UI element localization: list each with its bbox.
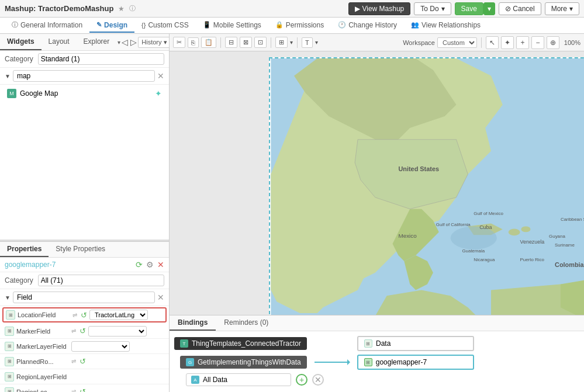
binding-source-1[interactable]: T ThingTemplates_ConnectedTractor (174, 337, 307, 350)
markerfield-refresh-icon[interactable]: ↺ (80, 327, 86, 335)
bindings-panel: Bindings Reminders (0) T ThingTemplates_… (170, 315, 584, 392)
tab-relationships[interactable]: 👥 View Relationships (404, 19, 488, 33)
zoom-in-button[interactable]: + (516, 36, 529, 49)
props-row-regionloc: ⊞ RegionLoc... ⇌ ↺ (0, 384, 169, 392)
add-button[interactable]: ✦ (501, 36, 514, 49)
markerfield-value-select[interactable] (88, 326, 147, 337)
workspace-select[interactable]: Custom (437, 37, 477, 48)
undo-btn[interactable]: ◁ (120, 36, 129, 48)
source-1-label: ThingTemplates_ConnectedTractor (192, 339, 301, 348)
widget-toolbar: Widgets Layout Explorer ▾ ◁ ▷ History ▾ (0, 34, 169, 51)
regionloc-refresh-icon[interactable]: ↺ (80, 387, 86, 392)
regionloc-label: RegionLoc... (16, 388, 69, 393)
cancel-button[interactable]: ⊘ Cancel (499, 2, 541, 15)
add-binding-button[interactable]: + (296, 374, 307, 386)
paste-button[interactable]: 📋 (201, 37, 216, 48)
right-panel: ✂ ⎘ 📋 ⊟ ⊠ ⊡ ⊞ ▾ T ▾ Workspace Custom ↖ ✦… (170, 34, 584, 392)
grid-chevron-icon[interactable]: ▾ (290, 39, 293, 46)
search-input[interactable] (13, 70, 155, 82)
regionloc-icon: ⊞ (5, 387, 14, 393)
layout-tab[interactable]: Layout (42, 34, 77, 50)
binding-source-2[interactable]: G GetImplementingThingsWithData (180, 356, 307, 369)
svg-text:Nicaragua: Nicaragua (474, 257, 495, 262)
history-dropdown[interactable]: History ▾ (138, 37, 170, 48)
grid-button[interactable]: ⊞ (275, 37, 288, 48)
svg-text:Cuba: Cuba (479, 224, 492, 230)
cut-button[interactable]: ✂ (173, 37, 185, 48)
markerlayerfield-value-select[interactable] (71, 341, 130, 352)
tab-general[interactable]: ⓘ General Information (5, 18, 89, 33)
target-2-icon: ⊞ (364, 358, 372, 366)
redo-btn[interactable]: ▷ (129, 36, 138, 48)
binding-target-1[interactable]: ⊞ Data (357, 336, 474, 351)
search-row: ▼ ✕ (0, 68, 169, 85)
target-1-label: Data (376, 339, 391, 348)
design-icon: ✎ (96, 21, 102, 29)
zoom-out-button[interactable]: − (531, 36, 544, 49)
plannedro-arrow-icon: ⇌ (71, 358, 76, 365)
props-filter-icon: ▼ (5, 294, 11, 301)
view-mashup-button[interactable]: ▶ View Mashup (348, 2, 410, 15)
tab-history[interactable]: 🕐 Change History (331, 19, 404, 33)
mobile-icon: 📱 (203, 21, 211, 29)
markerfield-icon: ⊞ (5, 327, 14, 336)
cursor-button[interactable]: ↖ (486, 36, 499, 49)
source-3-icon: A (191, 376, 199, 384)
align-center-button[interactable]: ⊠ (240, 37, 252, 48)
map-widget[interactable]: United States Mexico Colombia Venezuela … (269, 57, 584, 315)
text-button[interactable]: T (302, 37, 313, 48)
props-title-row: googlemapper-7 ⟳ ⚙ ✕ (0, 258, 169, 272)
copy-button[interactable]: ⎘ (188, 37, 199, 48)
left-panel: Widgets Layout Explorer ▾ ◁ ▷ History ▾ … (0, 34, 170, 392)
fit-button[interactable]: ⊕ (547, 36, 559, 49)
tab-css[interactable]: {} Custom CSS (134, 19, 196, 33)
mashup-title: Mashup: TractorDemoMashup (5, 4, 113, 13)
info-icon[interactable]: ⓘ (129, 4, 136, 13)
canvas-toolbar: ✂ ⎘ 📋 ⊟ ⊠ ⊡ ⊞ ▾ T ▾ Workspace Custom ↖ ✦… (170, 34, 584, 51)
svg-text:Colombia: Colombia (555, 261, 584, 268)
more-chevron-icon: ▾ (569, 5, 573, 13)
add-widget-button[interactable]: ✦ (155, 89, 162, 98)
bindings-tab[interactable]: Bindings (170, 315, 216, 331)
binding-source-3[interactable]: A All Data (186, 373, 291, 386)
binding-row-1: T ThingTemplates_ConnectedTractor ⊞ Data (174, 336, 579, 351)
properties-tab[interactable]: Properties (0, 242, 49, 257)
save-dropdown-button[interactable]: ▾ (483, 2, 495, 15)
binding-target-2[interactable]: ⊞ googlemapper-7 (357, 355, 474, 370)
binding-row-3: A All Data + ✕ (186, 373, 579, 386)
locationfield-arrow-icon: ⇌ (72, 312, 77, 318)
tab-mobile[interactable]: 📱 Mobile Settings (196, 19, 268, 33)
category-select[interactable]: Standard (1) (38, 53, 164, 65)
share-icon[interactable]: ⟳ (136, 260, 143, 269)
list-item[interactable]: M Google Map ✦ (5, 87, 164, 100)
todo-button[interactable]: To Do ▾ (414, 2, 451, 15)
text-chevron-icon[interactable]: ▾ (315, 39, 318, 46)
style-properties-tab[interactable]: Style Properties (49, 242, 112, 257)
todo-chevron-icon: ▾ (441, 5, 445, 13)
tab-permissions[interactable]: 🔒 Permissions (268, 19, 331, 33)
remove-binding-button[interactable]: ✕ (312, 374, 324, 386)
align-left-button[interactable]: ⊟ (225, 37, 237, 48)
props-clear-search-button[interactable]: ✕ (157, 293, 164, 302)
more-button[interactable]: More ▾ (545, 2, 579, 15)
props-panel: Properties Style Properties googlemapper… (0, 241, 169, 392)
delete-icon[interactable]: ✕ (157, 260, 164, 269)
clear-search-button[interactable]: ✕ (157, 71, 164, 81)
star-icon: ★ (118, 5, 125, 13)
locationfield-value-select[interactable]: TractorLatLng (89, 310, 148, 320)
reminders-tab[interactable]: Reminders (0) (216, 315, 277, 331)
widgets-tab[interactable]: Widgets (0, 34, 42, 50)
widget-name-link[interactable]: googlemapper-7 (5, 261, 56, 269)
explorer-tab[interactable]: Explorer (77, 34, 117, 50)
canvas-area[interactable]: United States Mexico Colombia Venezuela … (170, 51, 584, 315)
props-category-select[interactable]: All (71) (38, 275, 164, 286)
tab-design[interactable]: ✎ Design (89, 19, 134, 33)
svg-text:Mexico: Mexico (398, 233, 417, 239)
align-right-button[interactable]: ⊡ (254, 37, 267, 48)
settings-icon[interactable]: ⚙ (146, 260, 154, 269)
regionloc-arrow-icon: ⇌ (71, 388, 76, 392)
save-button[interactable]: Save (455, 2, 483, 15)
locationfield-refresh-icon[interactable]: ↺ (81, 311, 87, 320)
props-search-input[interactable] (13, 292, 155, 303)
plannedro-refresh-icon[interactable]: ↺ (80, 357, 86, 366)
